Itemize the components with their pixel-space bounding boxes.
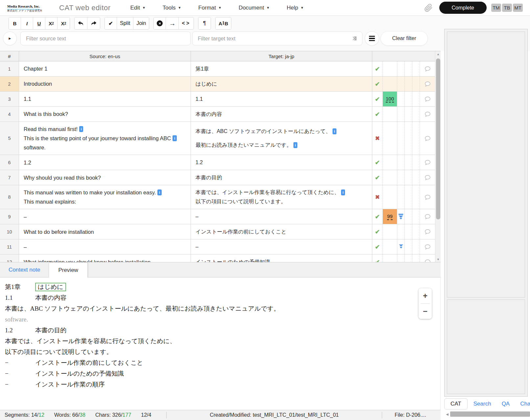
- comment-button[interactable]: [420, 77, 435, 91]
- sidebar-horizontal-scrollbar[interactable]: ◀: [444, 411, 530, 417]
- confirmed-check-icon[interactable]: ✔: [372, 107, 383, 122]
- confirmed-check-icon[interactable]: ✔: [372, 170, 383, 185]
- source-cell[interactable]: Read this manual first!iThis is the star…: [19, 122, 191, 155]
- insert-tag-button[interactable]: <>: [179, 17, 194, 29]
- source-cell[interactable]: 1.2: [19, 155, 191, 170]
- comment-button[interactable]: [420, 61, 435, 76]
- comment-button[interactable]: [420, 239, 435, 254]
- table-row[interactable]: 5Read this manual first!iThis is the sta…: [0, 122, 435, 155]
- rejected-x-icon[interactable]: ✖: [372, 122, 383, 155]
- table-row[interactable]: 11––✔: [0, 239, 435, 254]
- scrollbar-thumb[interactable]: [450, 411, 530, 417]
- target-cell[interactable]: 本書の内容: [191, 107, 372, 122]
- find-replace-button[interactable]: AIB: [216, 17, 231, 29]
- comment-button[interactable]: [420, 170, 435, 185]
- zoom-out-button[interactable]: −: [419, 304, 432, 319]
- confirmed-check-icon[interactable]: ✔: [372, 92, 383, 106]
- target-cell[interactable]: 1.1: [191, 92, 372, 106]
- scrollbar-thumb[interactable]: [436, 58, 440, 219]
- tab-cat[interactable]: CAT: [444, 398, 468, 409]
- auto-propagate-cell[interactable]: [397, 239, 405, 254]
- confirmed-check-icon[interactable]: ✔: [372, 239, 383, 254]
- table-row[interactable]: 31.11.1✔100: [0, 92, 435, 107]
- comment-button[interactable]: [420, 107, 435, 122]
- insert-next-button[interactable]: →: [166, 17, 179, 29]
- target-cell[interactable]: –: [191, 239, 372, 254]
- join-button[interactable]: Join: [133, 17, 149, 29]
- comment-button[interactable]: [420, 155, 435, 170]
- match-score-badge[interactable]: 99: [383, 209, 397, 224]
- scroll-down-icon[interactable]: ▼: [435, 258, 441, 261]
- tm-button[interactable]: TM: [491, 4, 501, 12]
- show-whitespace-button[interactable]: ¶: [198, 17, 211, 29]
- clear-filter-button[interactable]: Clear filter: [380, 31, 428, 46]
- source-cell[interactable]: 1.1: [19, 92, 191, 106]
- underline-button[interactable]: U: [33, 17, 45, 29]
- target-cell[interactable]: 本書では、インストール作業を容易に行なって頂くために、i以下の項目について説明し…: [191, 185, 372, 209]
- target-cell[interactable]: インストール作業の前にしておくこと: [191, 224, 372, 239]
- table-row[interactable]: 61.21.2✔: [0, 155, 435, 170]
- target-filter-input[interactable]: [192, 32, 362, 45]
- tab-search[interactable]: Search: [469, 399, 496, 409]
- target-cell[interactable]: 第1章: [191, 61, 372, 76]
- redo-button[interactable]: [87, 17, 100, 29]
- table-row[interactable]: 2Introductionはじめに✔: [0, 77, 435, 92]
- source-cell[interactable]: What to do before installation: [19, 224, 191, 239]
- menu-format[interactable]: Format▼: [198, 5, 221, 11]
- table-scrollbar[interactable]: ▲ ▼: [435, 51, 441, 262]
- menu-tools[interactable]: Tools▼: [163, 5, 181, 11]
- comment-button[interactable]: [420, 122, 435, 155]
- source-cell[interactable]: Introduction: [19, 77, 191, 91]
- source-cell[interactable]: –: [19, 239, 191, 254]
- source-cell[interactable]: Why should you read this book?: [19, 170, 191, 185]
- confirm-segment-button[interactable]: ✔: [105, 17, 117, 29]
- comment-button[interactable]: [420, 185, 435, 209]
- table-row[interactable]: 8This manual was written to make your in…: [0, 185, 435, 209]
- comment-button[interactable]: [420, 224, 435, 239]
- complete-button[interactable]: Complete: [439, 2, 487, 14]
- split-button[interactable]: Split: [117, 17, 133, 29]
- comment-button[interactable]: [420, 92, 435, 106]
- bold-button[interactable]: B: [9, 17, 21, 29]
- subscript-button[interactable]: X2: [45, 17, 58, 29]
- segment-list-options-button[interactable]: [365, 31, 379, 46]
- tb-button[interactable]: TB: [502, 4, 512, 12]
- table-row[interactable]: 7Why should you read this book?本書の目的✔: [0, 170, 435, 185]
- target-cell[interactable]: 本書の目的: [191, 170, 372, 185]
- table-row[interactable]: 4What is this book?本書の内容✔: [0, 107, 435, 122]
- target-cell[interactable]: 本書は、ABC ソフトウェアのインストールにあたって、i最初にお読み頂きたいマニ…: [191, 122, 372, 155]
- table-row[interactable]: 1Chapter 1第1章✔: [0, 61, 435, 77]
- swap-filters-icon[interactable]: [351, 35, 358, 42]
- collapse-filters-button[interactable]: ▶: [3, 32, 17, 45]
- tab-context-note[interactable]: Context note: [0, 262, 49, 277]
- undo-button[interactable]: [75, 17, 87, 29]
- source-cell[interactable]: –: [19, 209, 191, 224]
- menu-edit[interactable]: Edit▼: [130, 5, 146, 11]
- match-score-badge[interactable]: 100: [383, 92, 397, 106]
- mt-button[interactable]: MT: [513, 4, 523, 12]
- scroll-left-icon[interactable]: ◀: [444, 412, 450, 416]
- tab-qa[interactable]: QA: [497, 399, 515, 409]
- target-cell[interactable]: –: [191, 209, 372, 224]
- reject-button[interactable]: ✕: [154, 17, 166, 29]
- superscript-button[interactable]: X2: [58, 17, 70, 29]
- confirmed-check-icon[interactable]: ✔: [372, 77, 383, 91]
- tab-preview[interactable]: Preview: [49, 262, 87, 277]
- source-cell[interactable]: What is this book?: [19, 107, 191, 122]
- zoom-in-button[interactable]: +: [419, 288, 432, 303]
- comment-button[interactable]: [420, 209, 435, 224]
- table-row[interactable]: 10What to do before installationインストール作業…: [0, 224, 435, 239]
- target-cell[interactable]: はじめに: [191, 77, 372, 91]
- source-filter-input[interactable]: [20, 32, 191, 45]
- confirmed-check-icon[interactable]: ✔: [372, 209, 383, 224]
- rejected-x-icon[interactable]: ✖: [372, 185, 383, 209]
- menu-help[interactable]: Help▼: [287, 5, 304, 11]
- confirmed-check-icon[interactable]: ✔: [372, 61, 383, 76]
- source-cell[interactable]: This manual was written to make your ins…: [19, 185, 191, 209]
- table-row[interactable]: 9––✔99: [0, 209, 435, 224]
- scroll-up-icon[interactable]: ▲: [435, 53, 441, 56]
- confirmed-check-icon[interactable]: ✔: [372, 155, 383, 170]
- target-cell[interactable]: 1.2: [191, 155, 372, 170]
- confirmed-check-icon[interactable]: ✔: [372, 224, 383, 239]
- italic-button[interactable]: I: [21, 17, 33, 29]
